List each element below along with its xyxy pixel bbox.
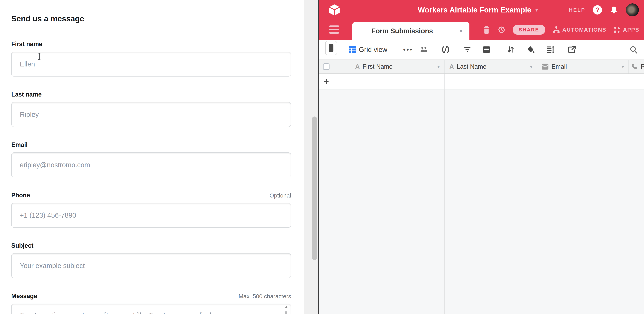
screenshot-stage: Send us a message First name Last name E…	[0, 0, 644, 314]
user-avatar[interactable]	[626, 4, 639, 17]
trash-icon[interactable]	[482, 26, 490, 34]
notifications-bell-icon[interactable]	[610, 6, 618, 14]
share-view-icon[interactable]	[568, 40, 576, 60]
filter-icon[interactable]	[463, 40, 472, 60]
grid-body-empty	[319, 90, 644, 314]
grid-column-headers: A First Name ▾ A Last Name ▾ Ema	[319, 60, 644, 74]
base-title[interactable]: Workers Airtable Form Example	[418, 6, 531, 14]
airtable-logo-icon[interactable]	[329, 4, 340, 16]
group-icon[interactable]	[482, 40, 491, 60]
form-field-message: Message Max. 500 characters Tenetur opti…	[11, 292, 291, 314]
phone-field-type-icon	[630, 63, 638, 70]
message-placeholder: Tenetur optio quaerat expedita vero et i…	[20, 311, 218, 314]
toolbar-divider	[435, 43, 435, 56]
column-caret-icon[interactable]: ▾	[437, 64, 440, 70]
contact-form-panel: Send us a message First name Last name E…	[0, 0, 304, 314]
automations-label: AUTOMATIONS	[562, 27, 606, 33]
grid-view-icon[interactable]	[348, 40, 357, 60]
sort-icon[interactable]	[507, 40, 515, 60]
column-header-last-name[interactable]: A Last Name ▾	[444, 60, 537, 74]
form-title: Send us a message	[11, 14, 291, 24]
collaborators-icon[interactable]	[419, 40, 428, 60]
table-name: Form Submissions	[372, 27, 433, 35]
color-icon[interactable]	[526, 40, 535, 60]
email-label: Email	[11, 141, 28, 148]
view-sidebar-toggle-button[interactable]	[325, 41, 337, 55]
share-button[interactable]: SHARE	[512, 25, 545, 35]
view-name-label[interactable]: Grid view	[359, 40, 387, 60]
column-divider-line	[444, 90, 445, 314]
sidebar-menu-icon[interactable]	[329, 26, 339, 35]
airtable-topbar: Workers Airtable Form Example ▾ HELP ?	[319, 0, 644, 20]
column-header-email[interactable]: Email ▾	[537, 60, 629, 74]
automations-button[interactable]: AUTOMATIONS	[552, 26, 606, 34]
sidebar-toggle-icon	[329, 44, 334, 52]
history-icon[interactable]	[497, 26, 506, 34]
search-icon[interactable]	[629, 40, 638, 60]
column-divider-line	[444, 74, 445, 90]
help-question-icon[interactable]: ?	[593, 5, 602, 15]
subject-input[interactable]	[11, 253, 291, 278]
apps-label: APPS	[623, 27, 639, 33]
help-button[interactable]: HELP	[569, 7, 585, 13]
base-title-caret-icon[interactable]: ▾	[535, 7, 538, 13]
table-caret-icon[interactable]: ▾	[460, 28, 462, 34]
automations-icon	[552, 26, 560, 34]
column-caret-icon[interactable]: ▾	[530, 64, 532, 70]
last-name-input[interactable]	[11, 102, 291, 127]
add-row-plus-icon[interactable]: +	[323, 76, 329, 86]
message-textarea[interactable]: Tenetur optio quaerat expedita vero et i…	[11, 303, 291, 314]
last-name-label: Last name	[11, 91, 42, 98]
form-field-last-name: Last name	[11, 91, 291, 127]
view-toolbar: Grid view •••	[319, 40, 644, 60]
row-height-icon[interactable]	[546, 40, 555, 60]
column-header-first-name[interactable]: A First Name ▾	[319, 60, 444, 74]
form-field-first-name: First name	[11, 40, 291, 77]
airtable-window: Workers Airtable Form Example ▾ HELP ?	[319, 0, 644, 314]
page-scrollbar[interactable]	[304, 0, 318, 314]
page-scrollbar-thumb[interactable]	[312, 117, 317, 260]
email-input[interactable]	[11, 152, 291, 177]
form-field-email: Email	[11, 141, 291, 177]
text-field-type-icon: A	[449, 63, 454, 70]
first-name-input[interactable]	[11, 52, 291, 77]
add-row-row[interactable]: +	[319, 74, 644, 90]
phone-label: Phone	[11, 192, 30, 199]
textarea-scrollbar-thumb[interactable]	[285, 311, 287, 314]
phone-optional-hint: Optional	[270, 192, 291, 199]
column-header-phone[interactable]: Phone	[629, 60, 644, 74]
view-options-dots-icon[interactable]: •••	[403, 40, 413, 60]
form-field-subject: Subject	[11, 242, 291, 278]
select-all-checkbox[interactable]	[323, 63, 330, 70]
window-divider	[318, 0, 319, 314]
apps-icon	[613, 26, 621, 34]
airtable-tablebar: Form Submissions ▾	[319, 20, 644, 40]
column-caret-icon[interactable]: ▾	[622, 64, 624, 70]
text-field-type-icon: A	[355, 63, 360, 70]
scroll-up-arrow-icon[interactable]	[285, 306, 288, 308]
form-field-phone: Phone Optional	[11, 191, 291, 228]
share-label: SHARE	[519, 27, 539, 33]
phone-input[interactable]	[11, 203, 291, 228]
hide-fields-icon[interactable]	[441, 40, 450, 60]
first-name-label: First name	[11, 41, 42, 48]
textarea-scrollbar[interactable]	[284, 305, 288, 314]
message-label: Message	[11, 292, 37, 300]
table-tab-form-submissions[interactable]: Form Submissions ▾	[352, 22, 470, 40]
email-field-type-icon	[541, 63, 549, 70]
subject-label: Subject	[11, 242, 34, 249]
text-cursor-icon	[38, 53, 40, 60]
message-max-chars-hint: Max. 500 characters	[238, 293, 291, 300]
apps-button[interactable]: APPS	[613, 26, 639, 34]
